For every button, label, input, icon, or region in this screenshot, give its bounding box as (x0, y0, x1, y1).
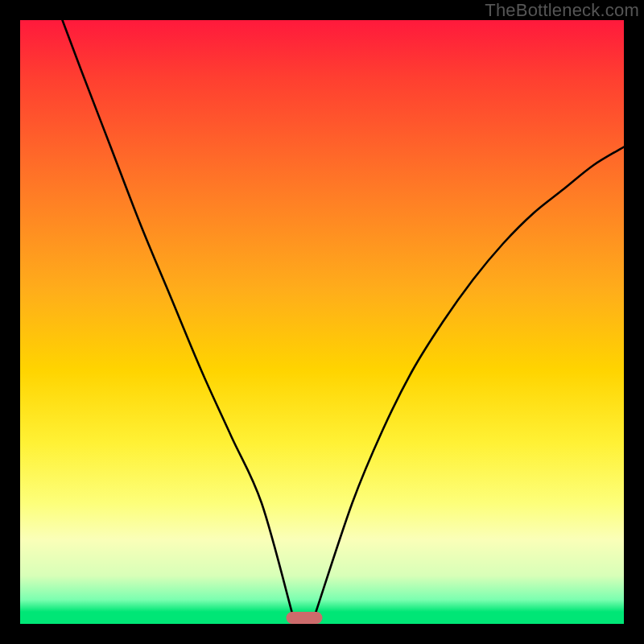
watermark-text: TheBottleneck.com (485, 0, 639, 21)
plot-area (20, 20, 624, 624)
chart-frame: TheBottleneck.com (0, 0, 644, 644)
bottleneck-marker (286, 612, 322, 624)
curve-path (63, 20, 625, 612)
bottleneck-curve (20, 20, 624, 624)
